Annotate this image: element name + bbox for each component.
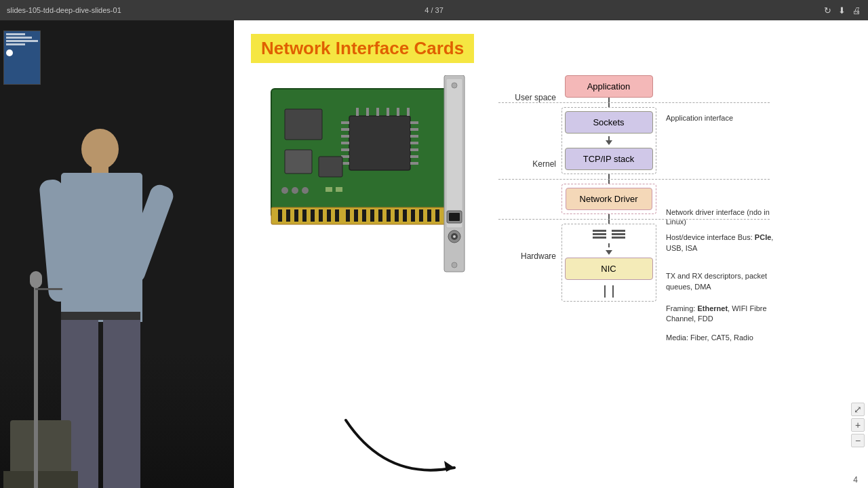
dashed-line xyxy=(498,219,770,220)
network-driver-box: Network Driver xyxy=(566,188,652,210)
person-head xyxy=(81,129,119,169)
svg-rect-22 xyxy=(349,116,410,170)
svg-rect-2 xyxy=(278,209,282,222)
svg-rect-36 xyxy=(410,162,418,165)
tcpip-box: TCP/IP stack xyxy=(565,148,653,170)
host-device-annotation: Host/device interface Bus: PCIe, USB, IS… xyxy=(666,222,790,263)
svg-rect-38 xyxy=(366,108,369,116)
app-interface-separator xyxy=(559,98,658,107)
thumb-decoration xyxy=(6,43,25,45)
annotations-column: Application interface Network driver int… xyxy=(658,75,790,348)
slide-title: Network Interface Cards xyxy=(251,34,474,63)
mic-cord xyxy=(35,288,62,290)
dashed-line xyxy=(498,179,770,180)
presenter-figure xyxy=(0,47,234,488)
svg-rect-23 xyxy=(341,121,349,124)
svg-rect-49 xyxy=(326,187,332,192)
network-driver-group: Network Driver xyxy=(561,184,656,214)
svg-rect-35 xyxy=(410,155,418,158)
arrow-tip xyxy=(606,140,612,145)
browser-bar: slides-105-tdd-deep-dive-slides-01 4 / 3… xyxy=(0,0,868,20)
stack-line xyxy=(593,233,606,235)
slide-page-number: 4 xyxy=(853,475,858,485)
slide-content: Network Interface Cards xyxy=(234,20,868,488)
stack-line xyxy=(593,230,606,232)
tx-rx-annotation: TX and RX descriptors, packet queues, DM… xyxy=(666,263,790,300)
slide-title-area: Network Interface Cards xyxy=(251,34,851,70)
refresh-icon[interactable]: ↻ xyxy=(824,5,831,16)
svg-rect-30 xyxy=(410,121,418,124)
curved-arrow-svg xyxy=(332,407,481,488)
stack-line xyxy=(612,233,625,235)
spacer xyxy=(502,116,556,127)
zoom-out-button[interactable]: − xyxy=(851,434,865,447)
svg-point-46 xyxy=(281,187,288,194)
ndi-label-area: Network driver interface (ndo in Linux) xyxy=(666,211,790,222)
svg-rect-45 xyxy=(319,157,342,177)
person-right-leg xyxy=(103,315,140,488)
svg-rect-21 xyxy=(435,209,439,222)
svg-rect-20 xyxy=(427,209,431,222)
svg-rect-52 xyxy=(446,79,462,228)
browser-url: slides-105-tdd-deep-dive-slides-01 xyxy=(7,6,810,14)
kernel-label: Kernel xyxy=(502,127,556,201)
sockets-box: Sockets xyxy=(565,111,653,134)
net-driver-interface-annotation xyxy=(666,123,790,211)
app-interface-annotation xyxy=(666,75,790,113)
download-icon[interactable]: ⬇ xyxy=(838,5,846,16)
zoom-controls: ⤢ + − xyxy=(851,403,865,447)
svg-rect-9 xyxy=(335,209,339,222)
dashed-line xyxy=(498,102,770,103)
architecture-diagram: User space Kernel Hardware xyxy=(502,75,790,474)
svg-rect-32 xyxy=(410,135,418,138)
application-box: Application xyxy=(565,75,653,98)
ndi-separator xyxy=(559,174,658,184)
stack-line xyxy=(593,237,606,239)
thumb-decoration xyxy=(6,33,25,35)
svg-point-47 xyxy=(292,187,298,194)
media-annotation: Media: Fiber, CAT5, Radio xyxy=(666,327,790,348)
svg-rect-54 xyxy=(449,213,460,221)
nic-photo-area xyxy=(251,75,495,474)
svg-rect-4 xyxy=(294,209,298,222)
svg-rect-17 xyxy=(403,209,407,222)
person-torso xyxy=(61,173,142,322)
hardware-label: Hardware xyxy=(502,212,556,300)
svg-rect-44 xyxy=(285,150,312,174)
svg-point-58 xyxy=(452,83,457,88)
hardware-group: NIC xyxy=(561,224,656,302)
arch-boxes-column: Application Sockets xyxy=(559,75,658,302)
arrow-connector xyxy=(606,136,612,145)
svg-rect-18 xyxy=(411,209,415,222)
layer-labels: User space Kernel Hardware xyxy=(502,75,559,300)
zoom-in-button[interactable]: + xyxy=(851,418,865,432)
svg-rect-43 xyxy=(285,109,322,140)
svg-rect-12 xyxy=(362,209,366,222)
svg-rect-5 xyxy=(302,209,307,222)
expand-button[interactable]: ⤢ xyxy=(851,403,865,416)
page-number: 4 / 37 xyxy=(425,6,443,14)
media-arrows xyxy=(604,285,614,298)
svg-rect-16 xyxy=(395,209,399,222)
svg-rect-13 xyxy=(370,209,374,222)
svg-rect-42 xyxy=(407,108,410,116)
svg-rect-6 xyxy=(311,209,315,222)
svg-rect-31 xyxy=(410,128,418,131)
framing-annotation: Framing: Ethernet, WIFI Fibre Channel, F… xyxy=(666,300,790,327)
print-icon[interactable]: 🖨 xyxy=(852,5,861,16)
svg-point-48 xyxy=(302,187,309,194)
svg-rect-37 xyxy=(356,108,359,116)
spacer xyxy=(502,201,556,212)
svg-rect-19 xyxy=(419,209,423,222)
svg-rect-7 xyxy=(319,209,323,222)
media-arrow-left xyxy=(604,285,606,298)
slide-area: Network Interface Cards xyxy=(234,20,868,488)
arrow-tip xyxy=(606,250,612,255)
connector-v xyxy=(608,243,610,247)
microphone xyxy=(30,271,42,288)
svg-rect-40 xyxy=(387,108,389,116)
person-belt xyxy=(61,312,140,320)
thumb-decoration xyxy=(6,37,32,39)
mic-stand xyxy=(34,285,38,488)
svg-rect-26 xyxy=(341,142,349,144)
